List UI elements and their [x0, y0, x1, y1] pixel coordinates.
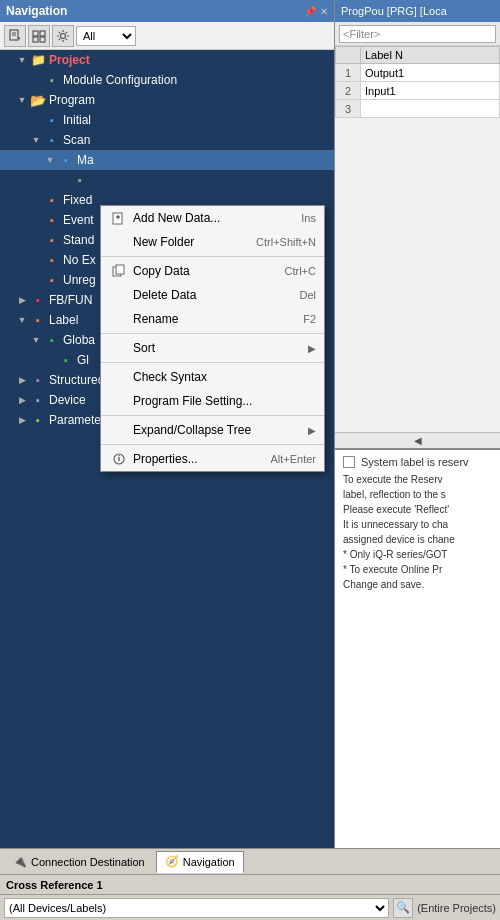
nav-titlebar-right: 📌 ✕ [304, 6, 328, 17]
search-bar: (All Devices/Labels) Labels Devices 🔍 (E… [0, 894, 500, 920]
table-row[interactable]: 1 Output1 [336, 64, 500, 82]
unreg-icon: ▪ [44, 272, 60, 288]
row-2-label: Input1 [361, 82, 500, 100]
sort-label: Sort [133, 341, 308, 355]
copy-data-icon [109, 263, 129, 279]
copy-data-shortcut: Ctrl+C [285, 265, 316, 277]
tree-item-program[interactable]: ▼ 📂 Program [0, 90, 334, 110]
table-row[interactable]: 3 [336, 100, 500, 118]
project-label: Project [49, 53, 90, 67]
xref-bar: Cross Reference 1 [0, 874, 500, 894]
close-icon[interactable]: ✕ [320, 6, 328, 17]
tree-item-ma[interactable]: ▼ ▪ Ma [0, 150, 334, 170]
search-button[interactable]: 🔍 [393, 898, 413, 918]
expand-ma-sub [58, 174, 70, 186]
tab-connection-destination[interactable]: 🔌 Connection Destination [4, 851, 154, 873]
svg-rect-13 [116, 265, 124, 274]
search-scope: (Entire Projects) [417, 902, 496, 914]
expand-parameter: ▶ [16, 414, 28, 426]
bottom-tab-bar: 🔌 Connection Destination 🧭 Navigation [0, 848, 500, 874]
tree-item-project[interactable]: ▼ 📁 Project [0, 50, 334, 70]
menu-item-check-syntax[interactable]: Check Syntax [101, 365, 324, 389]
menu-divider-1 [101, 256, 324, 257]
menu-item-properties[interactable]: Properties... Alt+Enter [101, 447, 324, 471]
menu-item-delete-data[interactable]: Delete Data Del [101, 283, 324, 307]
filter-bar [335, 22, 500, 46]
expand-stand [30, 234, 42, 246]
toolbar-area: All Label Device [0, 22, 334, 50]
expand-unreg [30, 274, 42, 286]
menu-item-rename[interactable]: Rename F2 [101, 307, 324, 331]
expand-program: ▼ [16, 94, 28, 106]
properties-label: Properties... [133, 452, 262, 466]
nav-titlebar-left: Navigation [6, 4, 67, 18]
no-ex-label: No Ex [63, 253, 96, 267]
toolbar-btn-3[interactable] [52, 25, 74, 47]
fixed-icon: ▪ [44, 192, 60, 208]
fb-icon: ▪ [30, 292, 46, 308]
menu-item-program-file-setting[interactable]: Program File Setting... [101, 389, 324, 413]
menu-item-add-new-data[interactable]: Add New Data... Ins [101, 206, 324, 230]
nav-panel: Navigation 📌 ✕ All [0, 0, 335, 848]
no-ex-icon: ▪ [44, 252, 60, 268]
properties-shortcut: Alt+Enter [270, 453, 316, 465]
menu-item-new-folder[interactable]: New Folder Ctrl+Shift+N [101, 230, 324, 254]
stand-icon: ▪ [44, 232, 60, 248]
rename-label: Rename [133, 312, 295, 326]
fixed-label: Fixed [63, 193, 92, 207]
check-syntax-label: Check Syntax [133, 370, 316, 384]
sort-icon [109, 340, 129, 356]
label-root-label: Label [49, 313, 78, 327]
search-device-select[interactable]: (All Devices/Labels) Labels Devices [4, 898, 389, 918]
nav-title: Navigation [6, 4, 67, 18]
initial-label: Initial [63, 113, 91, 127]
program-folder-icon: 📂 [30, 92, 46, 108]
menu-item-copy-data[interactable]: Copy Data Ctrl+C [101, 259, 324, 283]
tab-connection-label: Connection Destination [31, 856, 145, 868]
top-panels: Navigation 📌 ✕ All [0, 0, 500, 848]
menu-item-expand-collapse[interactable]: Expand/Collapse Tree ▶ [101, 418, 324, 442]
add-new-data-label: Add New Data... [133, 211, 293, 225]
delete-data-shortcut: Del [299, 289, 316, 301]
filter-input[interactable] [339, 25, 496, 43]
svg-rect-7 [40, 37, 45, 42]
pin-icon[interactable]: 📌 [304, 6, 316, 17]
tree-item-ma-sub[interactable]: ▪ [0, 170, 334, 190]
tree-item-initial[interactable]: ▪ Initial [0, 110, 334, 130]
toolbar-btn-1[interactable] [4, 25, 26, 47]
svg-rect-6 [33, 37, 38, 42]
program-file-setting-icon [109, 393, 129, 409]
rename-icon [109, 311, 129, 327]
table-row[interactable]: 2 Input1 [336, 82, 500, 100]
delete-data-icon [109, 287, 129, 303]
expand-ma: ▼ [44, 154, 56, 166]
scan-label: Scan [63, 133, 90, 147]
menu-item-sort[interactable]: Sort ▶ [101, 336, 324, 360]
parameter-icon: ▪ [30, 412, 46, 428]
expand-global-sub [44, 354, 56, 366]
ma-icon: ▪ [58, 152, 74, 168]
tree-item-scan[interactable]: ▼ ▪ Scan [0, 130, 334, 150]
add-new-data-icon [109, 210, 129, 226]
folder-icon: 📁 [30, 52, 46, 68]
toolbar-btn-2[interactable] [28, 25, 50, 47]
tab-navigation[interactable]: 🧭 Navigation [156, 851, 244, 873]
fb-label: FB/FUN [49, 293, 92, 307]
global-sub-icon: ▪ [58, 352, 74, 368]
new-folder-shortcut: Ctrl+Shift+N [256, 236, 316, 248]
tree-item-module-config[interactable]: ▪ Module Configuration [0, 70, 334, 90]
info-checkbox[interactable] [343, 456, 355, 468]
global-label: Globa [63, 333, 95, 347]
menu-divider-4 [101, 415, 324, 416]
expand-no-ex [30, 254, 42, 266]
info-text: To execute the Reserv label, reflection … [343, 472, 492, 592]
xref-title: Cross Reference 1 [6, 879, 103, 891]
scroll-up-arrow[interactable]: ◀ [335, 432, 500, 448]
filter-select[interactable]: All Label Device [76, 26, 136, 46]
expand-collapse-icon [109, 422, 129, 438]
ma-sub-icon: ▪ [72, 172, 88, 188]
data-table-container: Label N 1 Output1 2 Input1 3 [335, 46, 500, 432]
check-syntax-icon [109, 369, 129, 385]
right-panel-title: ProgPou [PRG] [Loca [341, 5, 447, 17]
expand-global: ▼ [30, 334, 42, 346]
